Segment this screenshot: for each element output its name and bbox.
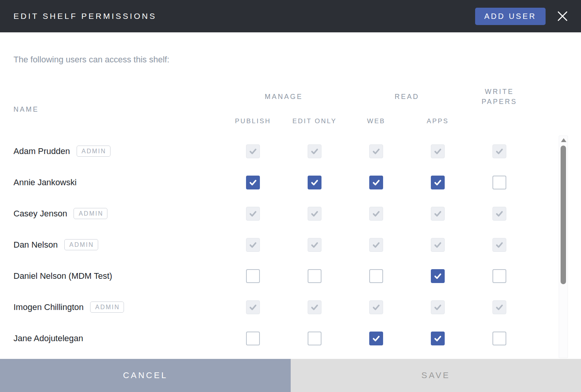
permission-cell-edit-only: [284, 144, 345, 158]
checkbox-edit-only: [308, 300, 321, 314]
checkbox-edit-only[interactable]: [308, 332, 321, 345]
checkbox-web: [369, 144, 383, 158]
checkbox-publish: [246, 300, 260, 314]
checkbox-web: [369, 300, 383, 314]
permission-cell-write-papers: [469, 238, 530, 252]
checkbox-write-papers: [492, 207, 506, 221]
permission-cell-apps: [407, 144, 469, 158]
user-rows: Adam PruddenADMINAnnie JankowskiCasey Je…: [0, 136, 530, 354]
permission-cell-publish: [222, 144, 284, 158]
checkbox-write-papers[interactable]: [492, 269, 506, 283]
checkbox-web[interactable]: [369, 176, 383, 189]
checkbox-edit-only[interactable]: [308, 176, 321, 189]
checkbox-write-papers[interactable]: [492, 176, 506, 189]
checkbox-web[interactable]: [369, 269, 383, 283]
permission-cell-web: [345, 238, 407, 252]
user-name-cell: Casey JensonADMIN: [13, 208, 222, 219]
checkbox-edit-only: [308, 144, 321, 158]
checkbox-apps: [431, 238, 445, 252]
table-row: Imogen ChillingtonADMIN: [0, 291, 530, 323]
column-header-apps: APPS: [407, 109, 469, 134]
column-header-web: WEB: [345, 109, 407, 134]
user-name: Adam Prudden: [13, 146, 70, 156]
permission-cell-write-papers: [469, 332, 530, 345]
permission-cell-apps: [407, 269, 469, 283]
checkbox-apps: [431, 300, 445, 314]
permission-cell-edit-only: [284, 176, 345, 189]
checkbox-apps: [431, 207, 445, 221]
modal-subtitle: The following users can access this shel…: [13, 55, 169, 65]
user-name-cell: Annie Jankowski: [13, 178, 222, 188]
permission-cell-publish: [222, 238, 284, 252]
permission-cell-edit-only: [284, 332, 345, 345]
table-row: Annie Jankowski: [0, 167, 530, 198]
permission-cell-apps: [407, 332, 469, 345]
permission-cell-web: [345, 300, 407, 314]
table-header: NAME MANAGE READ WRITE PAPERS PUBLISH ED…: [0, 85, 530, 134]
user-name-cell: Daniel Nelson (MDM Test): [13, 271, 222, 281]
checkbox-apps: [431, 144, 445, 158]
permission-cell-web: [345, 269, 407, 283]
group-header-read: READ: [345, 85, 469, 109]
user-name-cell: Adam PruddenADMIN: [13, 146, 222, 157]
column-header-name: NAME: [13, 85, 222, 134]
permission-cell-edit-only: [284, 207, 345, 221]
user-name-cell: Jane Adojutelegan: [13, 333, 222, 343]
permission-cell-write-papers: [469, 207, 530, 221]
permission-cell-publish: [222, 207, 284, 221]
checkbox-publish[interactable]: [246, 269, 260, 283]
scrollbar-thumb[interactable]: [561, 146, 566, 284]
checkbox-write-papers: [492, 144, 506, 158]
admin-badge: ADMIN: [77, 146, 111, 157]
permission-cell-apps: [407, 238, 469, 252]
close-icon: [556, 10, 569, 22]
permission-cell-write-papers: [469, 176, 530, 189]
checkbox-write-papers: [492, 300, 506, 314]
edit-shelf-permissions-modal: EDIT SHELF PERMISSIONS ADD USER The foll…: [0, 0, 581, 392]
checkbox-apps[interactable]: [431, 176, 445, 189]
scrollbar-up-arrow-icon[interactable]: [561, 138, 566, 142]
checkbox-apps[interactable]: [431, 332, 445, 345]
checkbox-edit-only[interactable]: [308, 269, 321, 283]
permission-cell-web: [345, 176, 407, 189]
checkbox-write-papers[interactable]: [492, 332, 506, 345]
checkbox-publish[interactable]: [246, 176, 260, 189]
user-name: Daniel Nelson (MDM Test): [13, 271, 112, 281]
checkbox-publish[interactable]: [246, 332, 260, 345]
user-name: Imogen Chillington: [13, 302, 84, 312]
checkbox-web: [369, 238, 383, 252]
checkbox-apps[interactable]: [431, 269, 445, 283]
close-button[interactable]: [556, 9, 569, 23]
permission-cell-edit-only: [284, 238, 345, 252]
group-header-manage: MANAGE: [222, 85, 345, 109]
table-row: Casey JensonADMIN: [0, 198, 530, 229]
permission-cell-apps: [407, 176, 469, 189]
permission-cell-publish: [222, 332, 284, 345]
checkbox-edit-only: [308, 238, 321, 252]
group-header-write-papers: WRITE PAPERS: [469, 85, 530, 109]
permission-cell-edit-only: [284, 300, 345, 314]
permission-cell-write-papers: [469, 144, 530, 158]
permission-cell-web: [345, 207, 407, 221]
footer: CANCEL SAVE: [0, 359, 581, 392]
user-name-cell: Dan NelsonADMIN: [13, 239, 222, 250]
checkbox-web: [369, 207, 383, 221]
user-name: Annie Jankowski: [13, 178, 77, 188]
column-header-publish: PUBLISH: [222, 109, 284, 134]
admin-badge: ADMIN: [64, 239, 98, 250]
page-title: EDIT SHELF PERMISSIONS: [13, 12, 475, 21]
save-button[interactable]: SAVE: [291, 359, 581, 392]
permission-cell-publish: [222, 269, 284, 283]
cancel-button[interactable]: CANCEL: [0, 359, 291, 392]
permission-cell-apps: [407, 300, 469, 314]
add-user-button[interactable]: ADD USER: [475, 8, 546, 25]
permission-cell-publish: [222, 300, 284, 314]
permission-cell-write-papers: [469, 300, 530, 314]
user-name: Jane Adojutelegan: [13, 333, 83, 343]
checkbox-publish: [246, 238, 260, 252]
permission-cell-edit-only: [284, 269, 345, 283]
checkbox-web[interactable]: [369, 332, 383, 345]
table-row: Adam PruddenADMIN: [0, 136, 530, 167]
permission-cell-web: [345, 144, 407, 158]
user-name: Casey Jenson: [13, 209, 67, 219]
